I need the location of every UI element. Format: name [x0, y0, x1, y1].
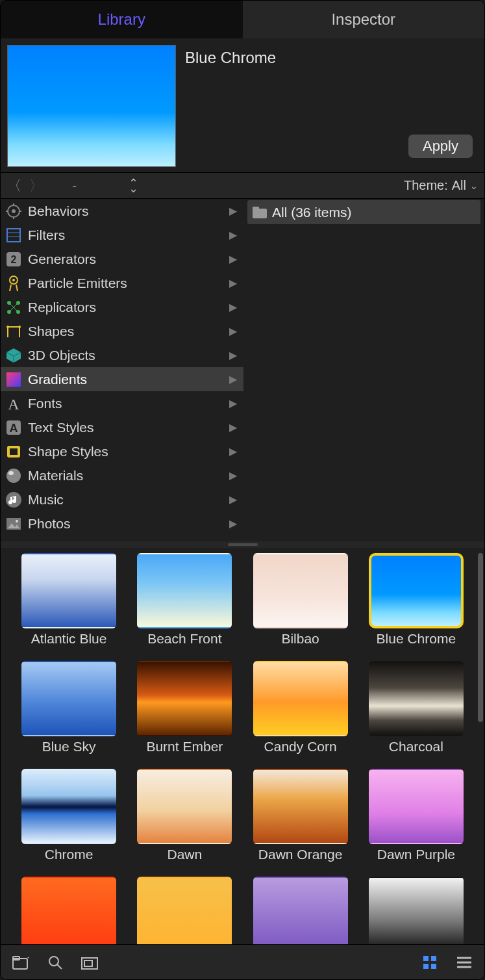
gradient-label: Dawn Purple [377, 847, 455, 862]
chevron-down-icon: ⌄ [470, 181, 478, 191]
gradient-item[interactable] [365, 877, 467, 944]
subfolder-list: All (36 items) [243, 199, 484, 541]
category-label: Particle Emitters [28, 276, 127, 291]
shapes-icon [5, 322, 23, 341]
gradient-item[interactable]: Chrome [18, 769, 120, 873]
category-particles[interactable]: Particle Emitters▶ [1, 271, 243, 295]
gradient-item[interactable]: Beach Front [133, 553, 236, 657]
disclosure-arrow-icon: ▶ [229, 205, 237, 217]
gradient-item[interactable]: Dawn Purple [365, 769, 467, 873]
grid-view-icon[interactable] [422, 955, 438, 970]
footer-toolbar: + [1, 944, 484, 979]
category-label: Music [28, 492, 64, 508]
gradient-grid-area: Atlantic BlueBeach FrontBilbaoBlue Chrom… [1, 548, 484, 944]
splitter-handle[interactable] [1, 541, 484, 548]
svg-rect-30 [10, 448, 18, 455]
svg-line-43 [57, 964, 62, 969]
gradient-item[interactable] [18, 877, 120, 944]
search-icon[interactable] [47, 955, 63, 970]
disclosure-arrow-icon: ▶ [229, 421, 237, 433]
category-behaviors[interactable]: Behaviors▶ [1, 199, 243, 223]
disclosure-arrow-icon: ▶ [229, 445, 237, 458]
path-bar: 〈 〉 - ⌃⌄ Theme: All ⌄ [1, 172, 484, 198]
list-view-icon[interactable] [456, 955, 473, 970]
gradient-swatch [369, 661, 464, 736]
category-label: Shape Styles [28, 444, 108, 459]
gradient-item[interactable]: Dawn [133, 769, 236, 873]
category-generators[interactable]: 2Generators▶ [1, 247, 243, 271]
svg-point-22 [18, 326, 21, 328]
gradient-swatch [253, 553, 348, 628]
subfolder-label: All (36 items) [272, 205, 352, 220]
tab-library[interactable]: Library [1, 1, 243, 38]
gradient-label: Dawn Orange [258, 847, 343, 862]
gradient-item[interactable]: Burnt Ember [133, 661, 236, 765]
subfolder-all[interactable]: All (36 items) [247, 200, 480, 224]
svg-rect-6 [7, 229, 20, 242]
gradient-label: Atlantic Blue [31, 631, 107, 647]
category-fonts[interactable]: AFonts▶ [1, 391, 243, 415]
stepper-icon[interactable]: ⌃⌄ [129, 181, 138, 191]
category-replicators[interactable]: Replicators▶ [1, 295, 243, 319]
category-3d[interactable]: 3D Objects▶ [1, 343, 243, 367]
back-icon[interactable]: 〈 [7, 176, 21, 196]
3d-icon [5, 346, 23, 365]
category-label: Photos [28, 516, 70, 532]
apply-button[interactable]: Apply [408, 135, 473, 158]
gradient-item[interactable]: Blue Chrome [365, 553, 467, 657]
svg-text:2: 2 [11, 254, 17, 265]
gradient-item[interactable]: Candy Corn [249, 661, 352, 765]
svg-rect-48 [423, 964, 429, 969]
gradient-item[interactable]: Charcoal [365, 661, 467, 765]
tab-inspector[interactable]: Inspector [243, 1, 485, 38]
disclosure-arrow-icon: ▶ [229, 517, 237, 530]
svg-rect-25 [6, 372, 21, 387]
gradient-item[interactable] [133, 877, 236, 944]
disclosure-arrow-icon: ▶ [229, 469, 237, 482]
disclosure-arrow-icon: ▶ [229, 373, 237, 385]
category-label: Text Styles [28, 420, 94, 435]
svg-point-36 [16, 520, 18, 522]
category-label: Generators [28, 251, 96, 267]
category-label: Shapes [28, 324, 74, 339]
svg-text:A: A [8, 396, 19, 412]
disclosure-arrow-icon: ▶ [229, 229, 237, 241]
replicators-icon [5, 298, 23, 316]
category-shapestyles[interactable]: Shape Styles▶ [1, 439, 243, 463]
category-materials[interactable]: Materials▶ [1, 463, 243, 487]
category-shapes[interactable]: Shapes▶ [1, 319, 243, 343]
disclosure-arrow-icon: ▶ [229, 349, 237, 361]
category-music[interactable]: Music▶ [1, 487, 243, 511]
svg-rect-47 [431, 956, 436, 961]
gradient-item[interactable]: Bilbao [249, 553, 352, 657]
category-label: Replicators [28, 300, 96, 315]
gradient-swatch [369, 769, 464, 844]
category-filters[interactable]: Filters▶ [1, 223, 243, 247]
forward-icon[interactable]: 〉 [29, 176, 44, 196]
category-gradients[interactable]: Gradients▶ [1, 367, 243, 391]
gradient-label: Candy Corn [264, 739, 337, 754]
preview-section: Blue Chrome Apply [1, 38, 484, 172]
category-textstyles[interactable]: AText Styles▶ [1, 415, 243, 439]
theme-selector[interactable]: Theme: All ⌄ [404, 178, 478, 193]
gradient-item[interactable]: Atlantic Blue [18, 553, 120, 657]
category-label: Gradients [28, 372, 87, 387]
new-folder-icon[interactable]: + [12, 955, 29, 970]
svg-text:A: A [10, 422, 18, 435]
theme-label: Theme: [404, 178, 448, 193]
top-tabs: Library Inspector [1, 1, 484, 38]
stack-icon[interactable] [81, 955, 98, 970]
gradient-item[interactable]: Blue Sky [18, 661, 120, 765]
svg-rect-46 [423, 956, 429, 961]
filters-icon [5, 226, 23, 244]
gradient-item[interactable] [249, 877, 352, 944]
gradient-item[interactable]: Dawn Orange [249, 769, 352, 873]
gradient-swatch [21, 877, 116, 944]
preview-title: Blue Chrome [185, 45, 276, 166]
textstyles-icon: A [5, 419, 23, 437]
gradient-label: Bilbao [281, 631, 319, 647]
gradient-label: Charcoal [389, 739, 443, 754]
category-photos[interactable]: Photos▶ [1, 511, 243, 535]
scrollbar-thumb[interactable] [478, 553, 483, 722]
preview-thumbnail [7, 45, 176, 167]
